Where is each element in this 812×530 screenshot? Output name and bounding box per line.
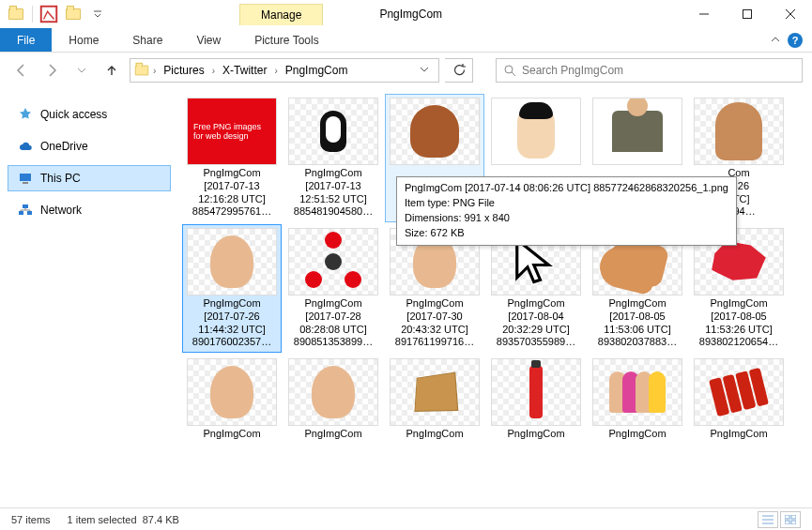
window-title: PngImgCom [379,8,442,21]
file-label: PngImgCom [387,428,483,441]
thumbnail [187,358,277,426]
file-label: PngImgCom[2017-07-1312:16:28 UTC]8854729… [184,167,280,219]
thumbnail [288,98,378,165]
sidebar-item-quick-access[interactable]: Quick access [8,101,171,128]
svg-rect-8 [27,211,32,215]
svg-rect-7 [19,211,23,215]
file-label: PngImgCom [691,428,787,441]
thumbnails-view-button[interactable] [780,511,801,528]
chevron-right-icon[interactable]: › [274,66,277,76]
thumbnail [592,358,682,426]
search-icon [504,65,516,77]
status-bar: 57 items 1 item selected 87.4 KB [0,507,812,530]
svg-point-3 [505,66,513,73]
address-folder-icon [135,66,148,76]
file-item[interactable]: PngImgCom [385,355,484,445]
folder-icon[interactable] [6,4,26,24]
thumbnail [187,228,277,295]
file-item[interactable]: PngImgCom[2017-07-1312:51:52 UTC]8854819… [283,94,383,222]
tooltip: PngImgCom [2017-07-14 08:06:26 UTC] 8857… [396,176,737,246]
sidebar-item-label: This PC [40,172,81,185]
thumbnail [288,228,378,295]
ribbon-collapse-icon[interactable] [771,34,780,47]
file-label: PngImgCom [184,428,280,441]
up-button[interactable] [100,58,124,83]
recent-locations-button[interactable] [69,58,94,83]
tooltip-line: Dimensions: 991 x 840 [405,211,728,226]
sidebar-item-label: Network [40,204,82,217]
minimize-button[interactable] [682,0,726,28]
file-label: PngImgCom [285,428,381,441]
sidebar-item-label: OneDrive [40,140,88,153]
content-pane[interactable]: Free PNG imagesfor web designPngImgCom[2… [178,88,812,507]
network-icon [18,203,33,218]
file-label: PngImgCom [488,428,584,441]
status-item-count: 57 items [11,514,51,525]
sidebar-item-network[interactable]: Network [8,197,171,223]
qat-dropdown-icon[interactable] [87,4,108,24]
file-item[interactable]: PngImgCom[2017-07-2611:44:32 UTC]8901760… [182,224,282,353]
file-item[interactable]: PngImgCom [283,355,383,445]
thumbnail [592,98,682,165]
breadcrumb[interactable]: PngImgCom [282,62,352,79]
svg-rect-0 [41,7,57,23]
address-dropdown-icon[interactable] [414,64,435,77]
new-folder-icon[interactable] [63,4,84,24]
help-icon[interactable]: ? [788,33,803,48]
file-tab[interactable]: File [0,28,52,52]
search-placeholder: Search PngImgCom [522,64,623,77]
navigation-pane: Quick accessOneDriveThis PCNetwork [0,88,178,507]
tooltip-line: Size: 672 KB [405,226,728,241]
svg-rect-12 [785,521,789,524]
tab-home[interactable]: Home [52,28,115,52]
tab-share[interactable]: Share [115,28,179,52]
back-button[interactable] [9,58,34,83]
navigation-bar: › Pictures › X-Twitter › PngImgCom Searc… [0,53,812,88]
refresh-button[interactable] [445,58,473,83]
file-item[interactable]: PngImgCom [588,355,687,445]
file-item[interactable]: Free PNG imagesfor web designPngImgCom[2… [182,94,282,222]
file-item[interactable]: PngImgCom [689,355,789,445]
chevron-right-icon[interactable]: › [212,66,215,76]
breadcrumb[interactable]: X-Twitter [219,62,270,79]
maximize-button[interactable] [726,0,769,28]
tab-view[interactable]: View [179,28,237,52]
title-bar: Manage PngImgCom [0,0,812,28]
chevron-right-icon[interactable]: › [153,66,156,76]
thumbnail [491,98,581,165]
sidebar-item-this-pc[interactable]: This PC [8,165,171,191]
forward-button[interactable] [39,58,64,83]
ribbon-tabs: File Home Share View Picture Tools ? [0,28,812,53]
svg-line-4 [512,72,515,76]
quick-access-toolbar [0,4,108,24]
breadcrumb[interactable]: Pictures [160,62,207,79]
star-icon [18,107,33,122]
file-label: PngImgCom[2017-07-1312:51:52 UTC]8854819… [285,167,381,219]
file-label: PngImgCom[2017-08-0511:53:06 UTC]8938020… [590,297,685,349]
file-label: PngImgCom[2017-07-2611:44:32 UTC]8901760… [184,297,280,349]
thumbnail [390,358,480,426]
tab-picture-tools[interactable]: Picture Tools [237,28,335,52]
svg-rect-10 [785,515,789,519]
sidebar-item-onedrive[interactable]: OneDrive [8,133,171,159]
address-bar[interactable]: › Pictures › X-Twitter › PngImgCom [130,58,439,83]
svg-rect-2 [743,10,752,19]
file-label: PngImgCom[2017-08-0511:53:26 UTC]8938021… [691,297,787,349]
thumbnail [288,358,378,426]
file-item[interactable]: PngImgCom [182,355,282,445]
file-label: PngImgCom[2017-07-2808:28:08 UTC]8908513… [285,297,381,349]
file-item[interactable]: PngImgCom [486,355,586,445]
file-item[interactable]: PngImgCom[2017-07-2808:28:08 UTC]8908513… [283,224,383,353]
file-label: PngImgCom[2017-07-3020:43:32 UTC]8917611… [387,297,483,349]
details-view-button[interactable] [758,511,778,528]
thumbnail [694,98,784,165]
search-input[interactable]: Search PngImgCom [496,58,803,83]
properties-icon[interactable] [38,4,59,24]
svg-rect-13 [791,521,796,524]
status-selection: 1 item selected 87.4 KB [68,514,179,525]
tooltip-line: PngImgCom [2017-07-14 08:06:26 UTC] 8857… [405,181,728,196]
thumbnail [491,358,581,426]
close-button[interactable] [769,0,812,28]
svg-rect-6 [23,182,28,184]
svg-rect-9 [23,204,28,208]
